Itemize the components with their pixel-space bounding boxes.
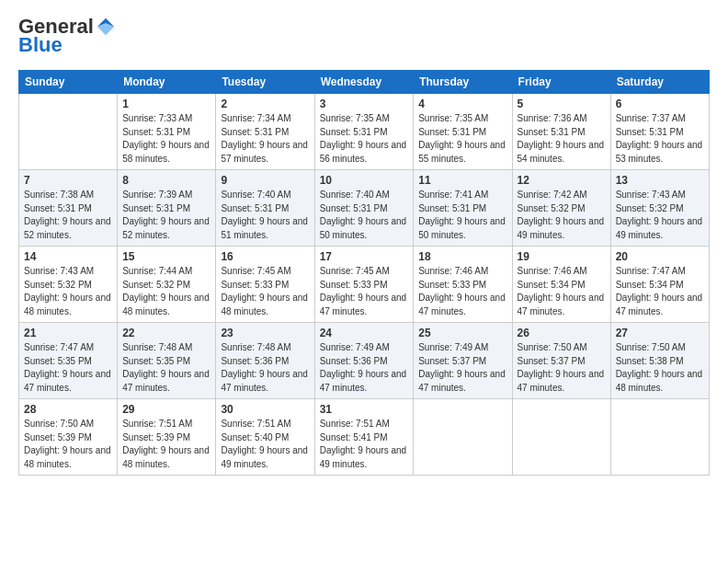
day-number: 25	[418, 327, 506, 339]
day-info: Sunrise: 7:35 AMSunset: 5:31 PMDaylight:…	[320, 113, 407, 164]
logo-blue-text: Blue	[18, 33, 63, 57]
day-number: 5	[518, 98, 606, 110]
calendar-cell: 13 Sunrise: 7:43 AMSunset: 5:32 PMDaylig…	[610, 170, 709, 247]
calendar-cell: 31 Sunrise: 7:51 AMSunset: 5:41 PMDaylig…	[314, 399, 414, 476]
calendar-cell: 14 Sunrise: 7:43 AMSunset: 5:32 PMDaylig…	[19, 247, 118, 323]
day-number: 12	[518, 174, 606, 187]
calendar-cell: 8 Sunrise: 7:39 AMSunset: 5:31 PMDayligh…	[118, 170, 216, 247]
calendar-cell: 16 Sunrise: 7:45 AMSunset: 5:33 PMDaylig…	[216, 247, 314, 323]
calendar-week-row: 14 Sunrise: 7:43 AMSunset: 5:32 PMDaylig…	[19, 247, 710, 323]
calendar-cell	[414, 399, 512, 476]
day-number: 7	[24, 174, 112, 187]
logo-icon	[96, 17, 116, 37]
day-info: Sunrise: 7:35 AMSunset: 5:31 PMDaylight:…	[418, 113, 506, 164]
day-number: 19	[518, 250, 606, 263]
weekday-header-thursday: Thursday	[414, 71, 512, 94]
calendar-cell: 26 Sunrise: 7:50 AMSunset: 5:37 PMDaylig…	[512, 323, 610, 399]
day-number: 27	[616, 327, 704, 339]
calendar-cell: 25 Sunrise: 7:49 AMSunset: 5:37 PMDaylig…	[414, 323, 512, 399]
day-info: Sunrise: 7:49 AMSunset: 5:36 PMDaylight:…	[320, 342, 407, 393]
day-number: 11	[418, 174, 506, 187]
day-info: Sunrise: 7:43 AMSunset: 5:32 PMDaylight:…	[616, 190, 703, 240]
day-number: 16	[221, 250, 309, 263]
day-info: Sunrise: 7:44 AMSunset: 5:32 PMDaylight:…	[122, 266, 210, 316]
calendar-cell: 27 Sunrise: 7:50 AMSunset: 5:38 PMDaylig…	[610, 323, 709, 399]
calendar-week-row: 28 Sunrise: 7:50 AMSunset: 5:39 PMDaylig…	[19, 399, 710, 476]
day-info: Sunrise: 7:42 AMSunset: 5:32 PMDaylight:…	[518, 190, 605, 240]
day-info: Sunrise: 7:50 AMSunset: 5:38 PMDaylight:…	[616, 342, 703, 393]
calendar-cell: 23 Sunrise: 7:48 AMSunset: 5:36 PMDaylig…	[216, 323, 314, 399]
day-info: Sunrise: 7:38 AMSunset: 5:31 PMDaylight:…	[24, 190, 111, 240]
weekday-header-monday: Monday	[118, 71, 216, 94]
weekday-header-wednesday: Wednesday	[314, 71, 414, 94]
calendar-week-row: 21 Sunrise: 7:47 AMSunset: 5:35 PMDaylig…	[19, 323, 710, 399]
calendar-cell	[512, 399, 610, 476]
calendar-cell: 7 Sunrise: 7:38 AMSunset: 5:31 PMDayligh…	[19, 170, 118, 247]
day-number: 29	[122, 403, 210, 416]
day-info: Sunrise: 7:46 AMSunset: 5:33 PMDaylight:…	[418, 266, 506, 316]
calendar-cell: 22 Sunrise: 7:48 AMSunset: 5:35 PMDaylig…	[118, 323, 216, 399]
day-number: 15	[122, 250, 210, 263]
weekday-header-sunday: Sunday	[19, 71, 118, 94]
day-number: 23	[221, 327, 309, 339]
calendar-cell: 30 Sunrise: 7:51 AMSunset: 5:40 PMDaylig…	[216, 399, 314, 476]
day-number: 3	[320, 98, 409, 110]
calendar-cell: 6 Sunrise: 7:37 AMSunset: 5:31 PMDayligh…	[610, 94, 709, 170]
day-info: Sunrise: 7:51 AMSunset: 5:40 PMDaylight:…	[221, 419, 308, 469]
day-number: 31	[320, 403, 409, 416]
day-info: Sunrise: 7:37 AMSunset: 5:31 PMDaylight:…	[616, 113, 703, 164]
weekday-header-row: SundayMondayTuesdayWednesdayThursdayFrid…	[19, 71, 710, 94]
weekday-header-saturday: Saturday	[610, 71, 709, 94]
calendar-cell: 29 Sunrise: 7:51 AMSunset: 5:39 PMDaylig…	[118, 399, 216, 476]
calendar-cell: 21 Sunrise: 7:47 AMSunset: 5:35 PMDaylig…	[19, 323, 118, 399]
calendar-cell: 12 Sunrise: 7:42 AMSunset: 5:32 PMDaylig…	[512, 170, 610, 247]
day-number: 17	[320, 250, 409, 263]
day-info: Sunrise: 7:51 AMSunset: 5:39 PMDaylight:…	[122, 419, 210, 469]
day-number: 2	[221, 98, 309, 110]
day-number: 22	[122, 327, 210, 339]
day-info: Sunrise: 7:40 AMSunset: 5:31 PMDaylight:…	[221, 190, 308, 240]
calendar-cell: 1 Sunrise: 7:33 AMSunset: 5:31 PMDayligh…	[118, 94, 216, 170]
calendar-cell: 5 Sunrise: 7:36 AMSunset: 5:31 PMDayligh…	[512, 94, 610, 170]
day-info: Sunrise: 7:45 AMSunset: 5:33 PMDaylight:…	[320, 266, 407, 316]
calendar-table: SundayMondayTuesdayWednesdayThursdayFrid…	[18, 70, 710, 476]
calendar-cell: 15 Sunrise: 7:44 AMSunset: 5:32 PMDaylig…	[118, 247, 216, 323]
weekday-header-friday: Friday	[512, 71, 610, 94]
page-header: General Blue	[18, 17, 710, 57]
calendar-cell: 9 Sunrise: 7:40 AMSunset: 5:31 PMDayligh…	[216, 170, 314, 247]
day-number: 10	[320, 174, 409, 187]
day-info: Sunrise: 7:50 AMSunset: 5:37 PMDaylight:…	[518, 342, 605, 393]
calendar-cell: 24 Sunrise: 7:49 AMSunset: 5:36 PMDaylig…	[314, 323, 414, 399]
day-info: Sunrise: 7:33 AMSunset: 5:31 PMDaylight:…	[122, 113, 210, 164]
day-number: 1	[122, 98, 210, 110]
calendar-cell: 3 Sunrise: 7:35 AMSunset: 5:31 PMDayligh…	[314, 94, 414, 170]
day-info: Sunrise: 7:47 AMSunset: 5:34 PMDaylight:…	[616, 266, 703, 316]
calendar-cell: 18 Sunrise: 7:46 AMSunset: 5:33 PMDaylig…	[414, 247, 512, 323]
day-number: 9	[221, 174, 309, 187]
day-info: Sunrise: 7:51 AMSunset: 5:41 PMDaylight:…	[320, 419, 407, 469]
calendar-week-row: 7 Sunrise: 7:38 AMSunset: 5:31 PMDayligh…	[19, 170, 710, 247]
day-info: Sunrise: 7:34 AMSunset: 5:31 PMDaylight:…	[221, 113, 308, 164]
day-info: Sunrise: 7:36 AMSunset: 5:31 PMDaylight:…	[518, 113, 605, 164]
day-info: Sunrise: 7:45 AMSunset: 5:33 PMDaylight:…	[221, 266, 308, 316]
day-number: 21	[24, 327, 112, 339]
calendar-cell	[19, 94, 118, 170]
day-number: 18	[418, 250, 506, 263]
calendar-cell: 17 Sunrise: 7:45 AMSunset: 5:33 PMDaylig…	[314, 247, 414, 323]
day-number: 28	[24, 403, 112, 416]
day-info: Sunrise: 7:48 AMSunset: 5:36 PMDaylight:…	[221, 342, 308, 393]
day-info: Sunrise: 7:47 AMSunset: 5:35 PMDaylight:…	[24, 342, 111, 393]
day-info: Sunrise: 7:39 AMSunset: 5:31 PMDaylight:…	[122, 190, 210, 240]
day-number: 24	[320, 327, 409, 339]
day-number: 6	[616, 98, 704, 110]
day-number: 13	[616, 174, 704, 187]
calendar-cell: 4 Sunrise: 7:35 AMSunset: 5:31 PMDayligh…	[414, 94, 512, 170]
calendar-cell	[610, 399, 709, 476]
day-number: 26	[518, 327, 606, 339]
day-info: Sunrise: 7:46 AMSunset: 5:34 PMDaylight:…	[518, 266, 605, 316]
day-info: Sunrise: 7:49 AMSunset: 5:37 PMDaylight:…	[418, 342, 506, 393]
page-container: General Blue SundayMondayTuesdayWednesda…	[0, 0, 728, 485]
calendar-cell: 10 Sunrise: 7:40 AMSunset: 5:31 PMDaylig…	[314, 170, 414, 247]
calendar-week-row: 1 Sunrise: 7:33 AMSunset: 5:31 PMDayligh…	[19, 94, 710, 170]
calendar-cell: 19 Sunrise: 7:46 AMSunset: 5:34 PMDaylig…	[512, 247, 610, 323]
